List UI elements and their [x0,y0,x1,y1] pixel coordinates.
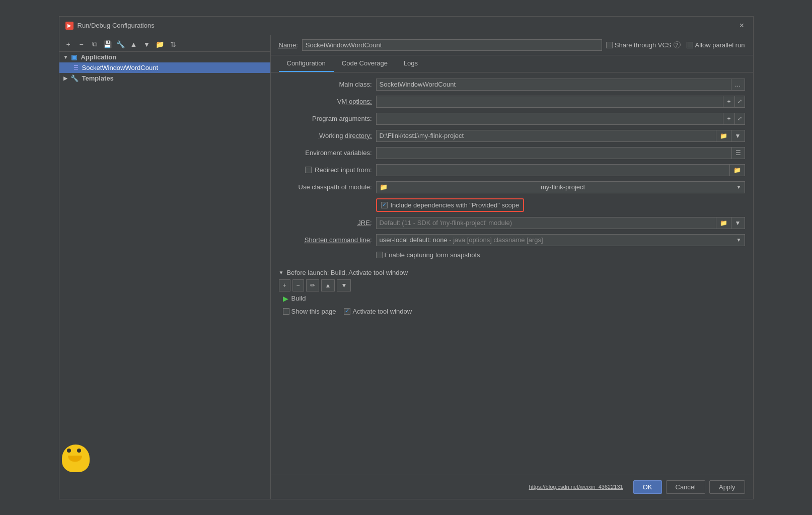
ok-button[interactable]: OK [633,480,662,494]
sort-button[interactable]: ⇅ [168,39,178,49]
jre-input-wrap: 📁 ▼ [376,217,745,229]
program-args-input[interactable] [376,113,723,125]
module-icon: 📁 [380,183,388,191]
form-area: Main class: … VM options: + ⤢ [271,72,753,475]
remove-config-button[interactable]: − [77,39,87,49]
before-launch-remove-button[interactable]: − [292,279,304,291]
redirect-label: Redirect input from: [315,166,372,174]
chevron-down-icon: ▼ [63,54,68,60]
shorten-dropdown[interactable]: user-local default: none - java [options… [376,234,745,246]
redirect-label-wrap: Redirect input from: [279,166,372,174]
tab-code-coverage[interactable]: Code Coverage [334,55,396,72]
apply-button[interactable]: Apply [709,480,745,494]
app-icon: ▶ [65,22,73,30]
templates-icon: 🔧 [70,75,79,82]
shorten-dropdown-arrow-icon: ▼ [736,237,742,243]
tab-logs[interactable]: Logs [396,55,426,72]
move-up-button[interactable]: ▲ [129,39,139,49]
vm-expand-button[interactable]: ⤢ [735,96,745,108]
enable-snapshots-row: Enable capturing form snapshots [279,251,745,259]
main-class-label: Main class: [279,81,372,88]
title-bar: ▶ Run/Debug Configurations × [59,17,753,35]
copy-config-button[interactable]: ⧉ [90,39,100,49]
main-class-row: Main class: … [279,79,745,91]
args-expand-button[interactable]: ⤢ [735,113,745,125]
provided-scope-row: Include dependencies with "Provided" sco… [376,198,745,212]
sidebar-item-templates-group[interactable]: ▶ 🔧 Templates [59,73,270,84]
before-launch-edit-button[interactable]: ✏ [306,279,319,291]
redirect-input[interactable] [376,164,729,176]
help-icon[interactable]: ? [674,41,681,48]
before-launch-build-item: ▶ Build [279,292,745,305]
jre-input[interactable] [376,217,716,229]
activate-tool-wrap: Activate tool window [344,308,412,315]
jre-browse-button[interactable]: 📁 [716,217,731,229]
before-launch-down-button[interactable]: ▼ [337,279,351,291]
config-item-label: SocketWindowWordCount [82,64,159,71]
activate-tool-checkbox[interactable] [344,308,350,315]
main-class-input[interactable] [376,79,731,91]
templates-group-label: Templates [82,75,114,82]
sidebar-item-application-group[interactable]: ▼ ▣ Application [59,52,270,62]
include-deps-checkbox[interactable] [381,202,388,208]
before-launch-up-button[interactable]: ▲ [321,279,335,291]
enable-snapshots-checkbox[interactable] [376,252,383,258]
program-args-label: Program arguments: [279,115,372,122]
module-dropdown[interactable]: 📁 my-flink-project ▼ [376,181,745,193]
redirect-browse-button[interactable]: 📁 [729,164,745,176]
args-add-button[interactable]: + [723,113,734,125]
application-icon: ▣ [71,53,77,61]
add-config-button[interactable]: + [63,39,73,49]
shorten-value: user-local default: none - java [options… [380,236,543,244]
shorten-label: Shorten command line: [279,236,372,244]
before-launch-add-button[interactable]: + [279,279,290,291]
main-class-browse-button[interactable]: … [731,79,745,91]
vm-add-button[interactable]: + [723,96,734,108]
mascot [59,434,92,475]
include-deps-label: Include dependencies with "Provided" sco… [391,201,520,209]
application-group-label: Application [81,53,116,61]
close-button[interactable]: × [737,21,747,31]
dropdown-arrow-icon: ▼ [736,184,742,190]
share-vcs-checkbox[interactable] [606,42,613,48]
dialog-title: Run/Debug Configurations [78,22,733,29]
tab-configuration[interactable]: Configuration [279,55,334,72]
vm-options-label: VM options: [279,98,372,105]
right-checkboxes: Share through VCS ? Allow parallel run [606,41,745,49]
cancel-button[interactable]: Cancel [666,480,705,494]
dialog-content: + − ⧉ 💾 🔧 ▲ ▼ 📁 ⇅ ▼ ▣ Application ☰ Sock… [59,35,753,499]
show-page-checkbox[interactable] [283,308,289,315]
build-label: Build [291,295,306,302]
footer: https://blog.csdn.net/weixin_43622131 OK… [271,475,753,499]
move-down-button[interactable]: ▼ [142,39,152,49]
program-args-row: Program arguments: + ⤢ [279,113,745,125]
sidebar: + − ⧉ 💾 🔧 ▲ ▼ 📁 ⇅ ▼ ▣ Application ☰ Sock… [59,35,271,499]
env-vars-input[interactable] [376,147,731,159]
provided-scope-box: Include dependencies with "Provided" sco… [376,198,525,212]
bottom-checkboxes: Show this page Activate tool window [279,305,745,318]
chevron-right-icon: ▶ [63,76,67,81]
save-config-button[interactable]: 💾 [103,39,113,49]
main-panel: Name: Share through VCS ? Allow parallel… [271,35,753,499]
before-launch-label: Before launch: Build, Activate tool wind… [286,269,408,276]
parallel-run-checkbox[interactable] [687,42,693,48]
working-dir-dropdown-button[interactable]: ▼ [731,130,745,142]
vm-options-input[interactable] [376,96,723,108]
folder-button[interactable]: 📁 [155,39,165,49]
sidebar-item-socket-window[interactable]: ☰ SocketWindowWordCount [59,62,270,73]
working-dir-input[interactable] [376,130,716,142]
name-input[interactable] [302,39,602,51]
env-vars-browse-button[interactable]: ☰ [731,147,745,159]
share-vcs-label: Share through VCS [615,41,672,49]
jre-label: JRE: [279,219,372,227]
build-icon: ▶ [283,295,288,303]
jre-dropdown-button[interactable]: ▼ [731,217,745,229]
config-icon: ☰ [73,64,79,71]
use-classpath-label: Use classpath of module: [279,183,372,191]
footer-link[interactable]: https://blog.csdn.net/weixin_43622131 [279,484,623,490]
working-dir-browse-button[interactable]: 📁 [716,130,731,142]
jre-row: JRE: 📁 ▼ [279,217,745,229]
before-launch-header: ▼ Before launch: Build, Activate tool wi… [279,266,745,278]
settings-button[interactable]: 🔧 [116,39,126,49]
redirect-checkbox[interactable] [305,167,312,173]
